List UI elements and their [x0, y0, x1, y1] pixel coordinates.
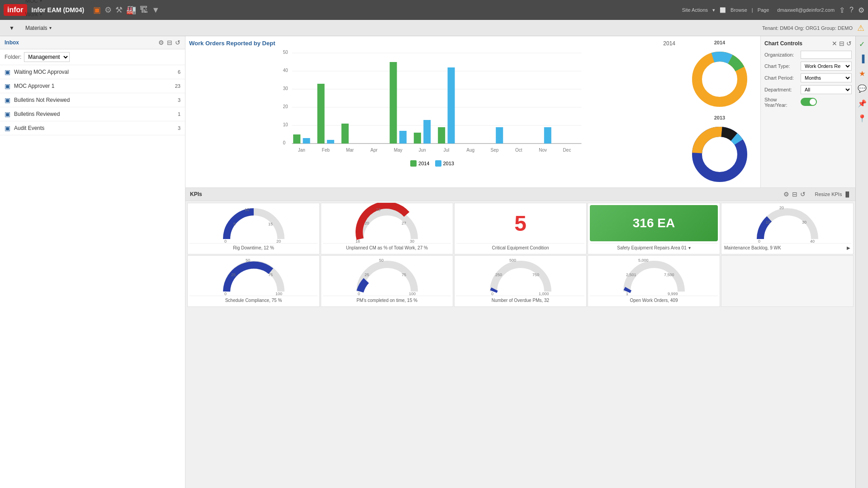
site-actions-link[interactable]: Site Actions	[682, 7, 708, 13]
minimize-kpis-icon[interactable]: ⊟	[792, 191, 797, 198]
org-input[interactable]: ORG1	[801, 51, 852, 59]
chat-icon[interactable]: 💬	[856, 82, 868, 95]
kpi-pm-on-time: 0 50 100 25 75 PM's completed on time, 1…	[321, 255, 453, 307]
svg-text:Jul: Jul	[443, 148, 449, 153]
svg-text:May: May	[394, 148, 403, 153]
help-icon[interactable]: ?	[849, 6, 854, 14]
inbox-item-icon: ▣	[5, 68, 10, 76]
kpi-unplanned-cm-label: Unplanned CM as % of Total Work, 27 %	[323, 243, 451, 252]
chart-controls-row: Work Orders Reported by Dept 2014 50 40 …	[185, 36, 855, 188]
kpi-critical-equipment: 5 Critical Equipment Condition	[454, 203, 587, 254]
inbox-item[interactable]: ▣ Audit Events 3	[0, 121, 185, 135]
alert-icon[interactable]: ⚠	[857, 23, 864, 33]
kpi-rig-downtime: 0 10 20 5 15 Rig Downtime, 12 %	[187, 203, 320, 254]
minimize-inbox-icon[interactable]: ⊟	[167, 39, 172, 46]
location-icon[interactable]: 📍	[856, 112, 868, 124]
inbox-items-list: ▣ Waiting MOC Approval 6 ▣ MOC Approver …	[0, 65, 185, 135]
safety-equipment-dropdown-icon[interactable]: ▾	[688, 245, 691, 250]
donut-2014-label: 2014	[714, 40, 725, 45]
settings-icon[interactable]: ⚙	[858, 6, 864, 14]
nav-item-work[interactable]: Work ▾	[20, 8, 69, 21]
legend-color-2014	[410, 160, 417, 167]
kpi-empty	[721, 255, 854, 307]
svg-rect-27	[414, 133, 421, 144]
nav-item-moc[interactable]: MOC ▾	[20, 0, 69, 8]
page-link[interactable]: Page	[758, 7, 769, 13]
resize-kpis: Resize KPIs ▐▌	[815, 191, 851, 197]
factory-icon-4[interactable]: 🏗	[140, 5, 148, 15]
svg-text:Dec: Dec	[563, 148, 571, 153]
nav-dropdown[interactable]: ▼	[4, 21, 20, 35]
svg-text:Sep: Sep	[491, 148, 499, 153]
checkmark-icon[interactable]: ✓	[857, 38, 867, 50]
gauge-safety-equipment: 316 EA	[590, 205, 718, 241]
folder-label: Folder:	[5, 54, 21, 60]
chart-type-select[interactable]: Work Orders Re	[801, 62, 852, 71]
chart-type-row: Chart Type: Work Orders Re	[764, 62, 852, 71]
inbox-item[interactable]: ▣ Waiting MOC Approval 6	[0, 65, 185, 79]
svg-text:75: 75	[402, 273, 406, 277]
show-year-toggle[interactable]	[801, 98, 817, 106]
inbox-item-label: Audit Events	[14, 125, 178, 131]
maintenance-backlog-more-icon[interactable]: ▶	[847, 245, 850, 250]
minimize-chart-controls-icon[interactable]: ⊟	[839, 40, 844, 47]
sidebar: Inbox ⚙ ⊟ ↺ Folder: Management ▣ Waiting…	[0, 36, 185, 488]
svg-text:250: 250	[495, 273, 502, 277]
gauge-critical-equipment: 5	[456, 205, 584, 241]
svg-text:20: 20	[779, 206, 784, 210]
bar-chart-container: 50 40 30 20 10 0 JanFebMar	[189, 48, 675, 166]
settings-inbox-icon[interactable]: ⚙	[158, 39, 164, 46]
kpi-overdue-pms: 0 500 1,000 250 750 Number of Overdue PM…	[454, 255, 587, 307]
share-icon[interactable]: ⇪	[839, 6, 845, 14]
folder-select[interactable]: Management	[24, 52, 70, 62]
svg-text:Oct: Oct	[515, 148, 522, 153]
svg-text:40: 40	[810, 239, 815, 244]
refresh-kpis-icon[interactable]: ↺	[800, 191, 806, 198]
svg-text:10: 10	[245, 207, 249, 212]
factory-icon-2[interactable]: ⚒	[115, 5, 123, 15]
nav-chevron-moc: ▾	[40, 0, 42, 3]
inbox-item-count: 3	[178, 125, 180, 131]
close-chart-controls-icon[interactable]: ✕	[832, 40, 837, 47]
factory-icon-1[interactable]: ⚙	[104, 5, 112, 15]
browse-link[interactable]: Browse	[730, 7, 747, 13]
gauge-unplanned-cm: 16 23 30 20 27	[323, 205, 451, 241]
inbox-item[interactable]: ▣ MOC Approver 1 23	[0, 79, 185, 93]
dept-select[interactable]: All	[801, 85, 852, 94]
refresh-chart-controls-icon[interactable]: ↺	[846, 40, 852, 47]
svg-text:0: 0	[358, 292, 360, 296]
gauge-schedule-compliance: 0 50 100 25 75	[190, 258, 318, 294]
resize-kpis-control[interactable]: ▐▌	[844, 191, 851, 197]
chart-period-control: Months	[801, 73, 852, 82]
donut-chart-2013	[690, 125, 749, 184]
inbox-item-count: 23	[175, 83, 180, 89]
svg-rect-18	[342, 124, 349, 144]
inbox-item[interactable]: ▣ Bulletins Reviewed 1	[0, 107, 185, 121]
svg-text:100: 100	[275, 292, 282, 296]
svg-text:Jan: Jan	[298, 148, 305, 153]
refresh-inbox-icon[interactable]: ↺	[175, 39, 180, 46]
nav-label-work: Work	[25, 11, 38, 18]
chart-period-select[interactable]: Months	[801, 73, 852, 82]
gauge-svg-rig-downtime: 0 10 20 5 15	[218, 203, 290, 244]
topbar-right: Site Actions ▾ ⬜ Browse | Page dmaxwell@…	[682, 6, 864, 14]
dashboard-icon[interactable]: ▣	[93, 5, 101, 15]
svg-text:5: 5	[233, 222, 236, 226]
show-year-control	[801, 98, 852, 107]
kpis-header: KPIs ⚙ ⊟ ↺ Resize KPIs ▐▌	[185, 188, 855, 201]
settings-kpis-icon[interactable]: ⚙	[783, 191, 789, 198]
show-year-label: Show Year/Year:	[764, 97, 801, 108]
inbox-item[interactable]: ▣ Bulletins Not Reviewed 3	[0, 93, 185, 107]
bar-chart-icon[interactable]: ▐	[858, 53, 866, 65]
inbox-item-icon: ▣	[5, 124, 10, 132]
factory-icon-3[interactable]: 🏭	[126, 5, 136, 15]
gauge-pm-on-time: 0 50 100 25 75	[323, 258, 451, 294]
kpis-title: KPIs	[190, 191, 202, 197]
gauge-svg-schedule-compliance: 0 50 100 25 75	[218, 255, 290, 296]
inbox-item-label: Bulletins Not Reviewed	[14, 97, 178, 103]
legend-color-2013	[435, 160, 441, 167]
star-icon[interactable]: ★	[857, 67, 867, 80]
dropdown-icon[interactable]: ▼	[152, 5, 160, 15]
nav-item-materials[interactable]: Materials ▾	[20, 21, 69, 35]
pin-icon[interactable]: 📌	[856, 97, 868, 110]
